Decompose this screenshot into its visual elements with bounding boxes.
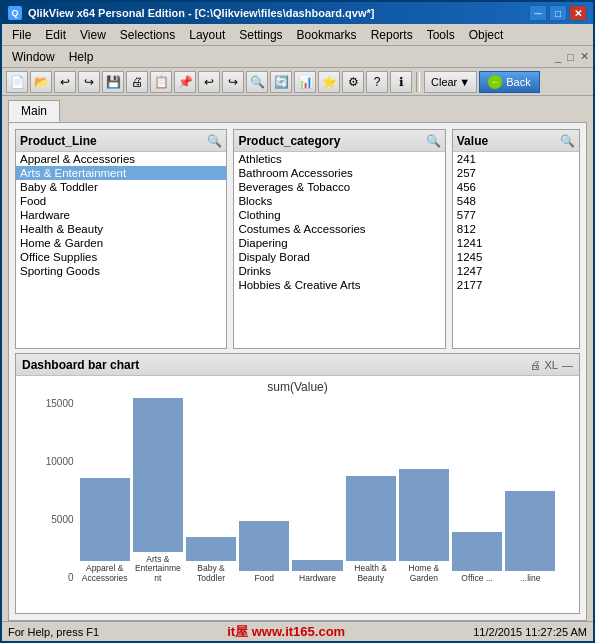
settings-toolbar-button[interactable]: ⚙ [342, 71, 364, 93]
bar-xlabel: Baby & Toddler [186, 564, 236, 583]
listbox-value: Value 🔍 241 257 456 548 577 812 1241 124… [452, 129, 580, 349]
list-item[interactable]: Beverages & Tobacco [234, 180, 444, 194]
list-item[interactable]: Hobbies & Creative Arts [234, 278, 444, 292]
chart-print-icon[interactable]: 🖨 [530, 359, 541, 371]
undo-button[interactable]: ↩ [198, 71, 220, 93]
listbox-product-category-title: Product_category [238, 134, 340, 148]
bar-col[interactable]: Baby & Toddler [186, 398, 236, 583]
paste-button[interactable]: 📌 [174, 71, 196, 93]
info-button[interactable]: ℹ [390, 71, 412, 93]
list-item[interactable]: 1247 [453, 264, 579, 278]
chart-header: Dashboard bar chart 🖨 XL — [16, 354, 579, 376]
list-item[interactable]: 241 [453, 152, 579, 166]
bar [80, 478, 130, 561]
list-item[interactable]: Food [16, 194, 226, 208]
list-item[interactable]: Dispaly Borad [234, 250, 444, 264]
bar-col[interactable]: ...line [505, 398, 555, 583]
bar [452, 532, 502, 571]
window-title: QlikView x64 Personal Edition - [C:\Qlik… [28, 7, 374, 19]
list-item[interactable]: Sporting Goods [16, 264, 226, 278]
listbox-product-line: Product_Line 🔍 Apparel & Accessories Art… [15, 129, 227, 349]
menu-reports[interactable]: Reports [365, 26, 419, 44]
close-button[interactable]: ✕ [569, 5, 587, 21]
menu-file[interactable]: File [6, 26, 37, 44]
title-bar: Q QlikView x64 Personal Edition - [C:\Ql… [2, 2, 593, 24]
list-item[interactable]: Baby & Toddler [16, 180, 226, 194]
list-item[interactable]: 2177 [453, 278, 579, 292]
help-text: For Help, press F1 [8, 626, 99, 638]
menu-object[interactable]: Object [463, 26, 510, 44]
clear-dropdown-icon[interactable]: ▼ [459, 76, 470, 88]
copy-button[interactable]: 📋 [150, 71, 172, 93]
listbox-product-category-items: Athletics Bathroom Accessories Beverages… [234, 152, 444, 348]
menu-tools[interactable]: Tools [421, 26, 461, 44]
menu-selections[interactable]: Selections [114, 26, 181, 44]
menu-settings[interactable]: Settings [233, 26, 288, 44]
print-button[interactable]: 🖨 [126, 71, 148, 93]
list-item[interactable]: Diapering [234, 236, 444, 250]
list-item[interactable]: Home & Garden [16, 236, 226, 250]
list-item[interactable]: 577 [453, 208, 579, 222]
bar-col[interactable]: Food [239, 398, 289, 583]
listbox-product-line-header: Product_Line 🔍 [16, 130, 226, 152]
list-item[interactable]: Hardware [16, 208, 226, 222]
list-item[interactable]: Athletics [234, 152, 444, 166]
forward-button[interactable]: ↪ [78, 71, 100, 93]
timestamp: 11/2/2015 11:27:25 AM [473, 626, 587, 638]
list-item[interactable]: Clothing [234, 208, 444, 222]
clear-label: Clear [431, 76, 457, 88]
menu-window[interactable]: Window [6, 48, 61, 66]
search-toolbar-button[interactable]: 🔍 [246, 71, 268, 93]
back-toolbar-button[interactable]: ↩ [54, 71, 76, 93]
toolbar-separator [416, 72, 420, 92]
redo-button[interactable]: ↪ [222, 71, 244, 93]
new-button[interactable]: 📄 [6, 71, 28, 93]
list-item[interactable]: Office Supplies [16, 250, 226, 264]
list-item[interactable]: 548 [453, 194, 579, 208]
chart-minus-icon[interactable]: — [562, 359, 573, 371]
title-bar-buttons: ─ □ ✕ [529, 5, 587, 21]
tab-main[interactable]: Main [8, 100, 60, 122]
list-item[interactable]: 1245 [453, 250, 579, 264]
save-button[interactable]: 💾 [102, 71, 124, 93]
list-item[interactable]: Bathroom Accessories [234, 166, 444, 180]
clear-button[interactable]: Clear ▼ [424, 71, 477, 93]
bar-col[interactable]: Arts & Entertainment [133, 398, 183, 583]
chart-export-icon[interactable]: XL [545, 359, 558, 371]
list-item[interactable]: 1241 [453, 236, 579, 250]
menu-help[interactable]: Help [63, 48, 100, 66]
maximize-button[interactable]: □ [549, 5, 567, 21]
list-item[interactable]: Costumes & Accessories [234, 222, 444, 236]
chart-button[interactable]: 📊 [294, 71, 316, 93]
list-item[interactable]: 812 [453, 222, 579, 236]
reload-button[interactable]: 🔄 [270, 71, 292, 93]
bar [133, 398, 183, 552]
menu-view[interactable]: View [74, 26, 112, 44]
menu-layout[interactable]: Layout [183, 26, 231, 44]
list-item[interactable]: Health & Beauty [16, 222, 226, 236]
bar-col[interactable]: Apparel & Accessories [80, 398, 130, 583]
star-button[interactable]: ⭐ [318, 71, 340, 93]
back-button[interactable]: ← Back [479, 71, 539, 93]
list-item[interactable]: 257 [453, 166, 579, 180]
y-label-5000: 5000 [51, 514, 73, 525]
bar-col[interactable]: Office ... [452, 398, 502, 583]
bar [505, 491, 555, 571]
list-item[interactable]: Apparel & Accessories [16, 152, 226, 166]
list-item[interactable]: Drinks [234, 264, 444, 278]
search-icon-category[interactable]: 🔍 [426, 134, 441, 148]
search-icon-value[interactable]: 🔍 [560, 134, 575, 148]
list-item[interactable]: Blocks [234, 194, 444, 208]
bar-col[interactable]: Hardware [292, 398, 342, 583]
menu-edit[interactable]: Edit [39, 26, 72, 44]
bar-col[interactable]: Home & Garden [399, 398, 449, 583]
search-icon[interactable]: 🔍 [207, 134, 222, 148]
open-button[interactable]: 📂 [30, 71, 52, 93]
menu-bookmarks[interactable]: Bookmarks [291, 26, 363, 44]
listbox-value-items: 241 257 456 548 577 812 1241 1245 1247 2… [453, 152, 579, 348]
minimize-button[interactable]: ─ [529, 5, 547, 21]
list-item[interactable]: Arts & Entertainment [16, 166, 226, 180]
question-button[interactable]: ? [366, 71, 388, 93]
bar-col[interactable]: Health & Beauty [346, 398, 396, 583]
list-item[interactable]: 456 [453, 180, 579, 194]
